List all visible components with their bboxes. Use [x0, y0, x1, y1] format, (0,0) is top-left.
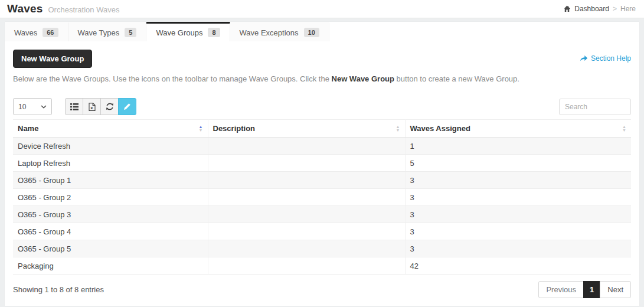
table-header-row: Name▲▼ Description▲▼ Waves Assigned▲▼ — [13, 120, 631, 138]
tab-wave-exceptions[interactable]: Wave Exceptions 10 — [230, 22, 329, 41]
pagination: Previous 1 Next — [538, 281, 631, 298]
tab-wave-types[interactable]: Wave Types 5 — [68, 22, 147, 41]
breadcrumb-dashboard-link[interactable]: Dashboard — [574, 5, 609, 13]
page-title: Waves — [7, 2, 43, 15]
tab-count-badge: 5 — [125, 28, 136, 37]
breadcrumb-separator: > — [613, 5, 617, 13]
table-toolbar: 10 x — [13, 98, 631, 115]
cell-waves-assigned: 3 — [405, 189, 631, 206]
breadcrumb: Dashboard > Here — [563, 5, 636, 13]
cell-name: O365 - Group 4 — [13, 223, 208, 240]
cell-waves-assigned: 3 — [405, 172, 631, 189]
tab-label: Wave Exceptions — [240, 28, 299, 37]
column-header-name[interactable]: Name▲▼ — [13, 120, 208, 138]
entries-summary: Showing 1 to 8 of 8 entries — [13, 285, 104, 294]
action-row: New Wave Group Section Help — [13, 50, 631, 68]
cell-description — [208, 138, 405, 155]
export-excel-icon: x — [89, 103, 96, 111]
cell-description — [208, 189, 405, 206]
cell-name: O365 - Group 3 — [13, 206, 208, 223]
export-excel-button[interactable]: x — [83, 98, 101, 115]
cell-name: O365 - Group 5 — [13, 240, 208, 257]
description-text: Below are the Wave Groups. Use the icons… — [13, 74, 332, 83]
svg-text:x: x — [90, 106, 93, 110]
section-help-label: Section Help — [591, 54, 631, 63]
next-page-button[interactable]: Next — [600, 281, 631, 298]
pencil-edit-icon — [123, 103, 131, 110]
refresh-button[interactable] — [100, 98, 119, 115]
cell-name: O365 - Group 2 — [13, 189, 208, 206]
table-list-icon — [70, 103, 79, 110]
cell-waves-assigned: 1 — [405, 138, 631, 155]
cell-name: Laptop Refresh — [13, 155, 208, 172]
tab-waves[interactable]: Waves 66 — [5, 22, 68, 41]
cell-description — [208, 223, 405, 240]
tab-count-badge: 66 — [43, 28, 58, 37]
description-bold-text: New Wave Group — [332, 74, 394, 83]
cell-description — [208, 172, 405, 189]
column-label: Description — [213, 124, 256, 133]
tab-label: Waves — [14, 28, 37, 37]
cell-waves-assigned: 3 — [405, 223, 631, 240]
edit-mode-button[interactable] — [118, 98, 136, 115]
tab-bar: Waves 66 Wave Types 5 Wave Groups 8 Wave… — [5, 22, 639, 41]
search-input[interactable] — [559, 99, 631, 115]
cell-waves-assigned: 5 — [405, 155, 631, 172]
cell-name: Packaging — [13, 257, 208, 275]
tab-wave-groups[interactable]: Wave Groups 8 — [146, 22, 230, 41]
top-header-bar: Waves Orchestration Waves Dashboard > He… — [0, 0, 644, 18]
page-heading: Waves Orchestration Waves — [7, 2, 119, 15]
refresh-icon — [106, 103, 114, 110]
section-help-link[interactable]: Section Help — [580, 54, 631, 63]
sort-icon: ▲▼ — [622, 125, 626, 132]
table-row[interactable]: O365 - Group 1 3 — [13, 172, 631, 189]
table-row[interactable]: O365 - Group 4 3 — [13, 223, 631, 240]
column-header-waves-assigned[interactable]: Waves Assigned▲▼ — [405, 120, 631, 138]
page-size-select[interactable]: 10 — [13, 98, 52, 115]
page-size-value: 10 — [18, 103, 26, 111]
previous-page-button[interactable]: Previous — [538, 281, 584, 298]
tab-label: Wave Types — [78, 28, 120, 37]
content-card: Waves 66 Wave Types 5 Wave Groups 8 Wave… — [5, 22, 639, 306]
new-wave-group-button[interactable]: New Wave Group — [13, 50, 92, 68]
toolbar-button-group: x — [65, 98, 136, 115]
column-header-description[interactable]: Description▲▼ — [208, 120, 405, 138]
cell-waves-assigned: 3 — [405, 240, 631, 257]
cell-waves-assigned: 3 — [405, 206, 631, 223]
table-row[interactable]: Packaging 42 — [13, 257, 631, 275]
column-label: Name — [18, 124, 38, 133]
breadcrumb-current: Here — [620, 5, 636, 13]
share-arrow-icon — [580, 55, 588, 62]
page-number-button[interactable]: 1 — [583, 281, 600, 298]
tab-label: Wave Groups — [156, 28, 202, 37]
cell-name: Device Refresh — [13, 138, 208, 155]
column-label: Waves Assigned — [410, 124, 470, 133]
cell-description — [208, 155, 405, 172]
cell-description — [208, 206, 405, 223]
column-visibility-button[interactable] — [65, 98, 83, 115]
description-text: button to create a new Wave Group. — [394, 74, 519, 83]
sort-icon: ▲▼ — [396, 125, 400, 132]
tab-count-badge: 10 — [304, 28, 319, 37]
table-row[interactable]: Laptop Refresh 5 — [13, 155, 631, 172]
wave-groups-table: Name▲▼ Description▲▼ Waves Assigned▲▼ De… — [13, 119, 631, 275]
cell-description — [208, 240, 405, 257]
table-row[interactable]: O365 - Group 3 3 — [13, 206, 631, 223]
section-description: Below are the Wave Groups. Use the icons… — [13, 74, 631, 84]
tab-count-badge: 8 — [208, 28, 220, 37]
table-footer: Showing 1 to 8 of 8 entries Previous 1 N… — [13, 275, 631, 306]
cell-description — [208, 257, 405, 275]
table-row[interactable]: O365 - Group 5 3 — [13, 240, 631, 257]
home-icon — [563, 5, 571, 12]
sort-icon: ▲▼ — [199, 125, 203, 132]
table-row[interactable]: Device Refresh 1 — [13, 138, 631, 155]
chevron-down-icon — [41, 105, 47, 109]
table-row[interactable]: O365 - Group 2 3 — [13, 189, 631, 206]
cell-name: O365 - Group 1 — [13, 172, 208, 189]
page-subtitle: Orchestration Waves — [48, 5, 120, 14]
cell-waves-assigned: 42 — [405, 257, 631, 275]
